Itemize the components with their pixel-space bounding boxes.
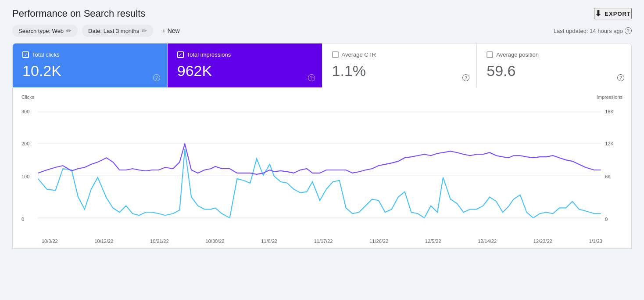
average-ctr-value: 1.1% [332,62,467,80]
chart-container: 300 200 100 0 18K 12K 6K 0 [21,101,623,237]
x-label-5: 11/17/22 [314,239,333,244]
average-ctr-checkbox[interactable] [332,51,339,58]
total-impressions-label: Total impressions [187,51,231,58]
page: Performance on Search results ⬇ EXPORT S… [0,0,644,249]
filters-bar: Search type: Web ✏ Date: Last 3 months ✏… [0,25,644,43]
metric-total-clicks[interactable]: Total clicks 10.2K ? [13,43,168,87]
x-label-2: 10/21/22 [150,239,169,244]
date-filter[interactable]: Date: Last 3 months ✏ [82,25,153,37]
y-axis-right-12k: 12K [605,141,614,146]
impressions-line [38,144,601,174]
x-label-3: 10/30/22 [206,239,225,244]
y-axis-left-300: 300 [21,109,29,114]
total-clicks-checkbox[interactable] [22,51,29,58]
metric-total-impressions[interactable]: Total impressions 962K ? [168,43,322,87]
y-axis-left-0: 0 [21,217,24,222]
x-label-4: 11/8/22 [261,239,277,244]
x-label-7: 12/5/22 [425,239,441,244]
last-updated-label: Last updated: 14 hours ago ? [554,27,632,34]
chart-right-label: Impressions [597,94,623,100]
y-axis-right-6k: 6K [605,174,611,179]
metric-average-ctr[interactable]: Average CTR 1.1% ? [322,43,477,87]
total-clicks-label: Total clicks [32,51,60,58]
total-clicks-help-icon[interactable]: ? [153,73,160,82]
average-position-value: 59.6 [487,62,622,80]
x-label-6: 11/26/22 [369,239,388,244]
search-type-filter[interactable]: Search type: Web ✏ [12,25,78,37]
x-label-9: 12/23/22 [533,239,552,244]
clicks-line [38,149,601,218]
y-axis-left-200: 200 [21,141,29,146]
plus-icon: + [162,27,165,34]
y-axis-right-0: 0 [605,217,608,222]
metrics-row: Total clicks 10.2K ? Total impressions 9… [12,43,632,87]
export-button[interactable]: ⬇ EXPORT [594,8,632,19]
x-label-8: 12/14/22 [478,239,497,244]
chart-svg: 300 200 100 0 18K 12K 6K 0 [21,101,623,237]
chart-left-label: Clicks [21,94,34,100]
new-button[interactable]: + New [157,25,184,37]
x-label-10: 1/1/23 [589,239,602,244]
average-position-label: Average position [496,51,539,58]
average-position-help-icon[interactable]: ? [617,73,624,82]
chart-area: Clicks Impressions 300 200 100 0 18K 12K… [12,87,632,249]
last-updated-info-icon[interactable]: ? [625,27,632,34]
x-label-1: 10/12/22 [94,239,113,244]
average-ctr-label: Average CTR [342,51,376,58]
x-label-0: 10/3/22 [42,239,58,244]
download-icon: ⬇ [595,9,602,18]
header: Performance on Search results ⬇ EXPORT [0,0,644,25]
x-axis-labels: 10/3/22 10/12/22 10/21/22 10/30/22 11/8/… [21,237,623,244]
total-impressions-value: 962K [177,62,312,80]
total-impressions-help-icon[interactable]: ? [308,73,315,82]
edit-icon-2: ✏ [142,27,147,34]
total-clicks-value: 10.2K [22,62,157,80]
average-ctr-help-icon[interactable]: ? [462,73,469,82]
total-impressions-checkbox[interactable] [177,51,184,58]
edit-icon: ✏ [66,27,72,34]
y-axis-right-18k: 18K [605,109,614,114]
y-axis-left-100: 100 [21,174,29,179]
average-position-checkbox[interactable] [487,51,493,58]
page-title: Performance on Search results [12,8,145,19]
metric-average-position[interactable]: Average position 59.6 ? [477,43,631,87]
